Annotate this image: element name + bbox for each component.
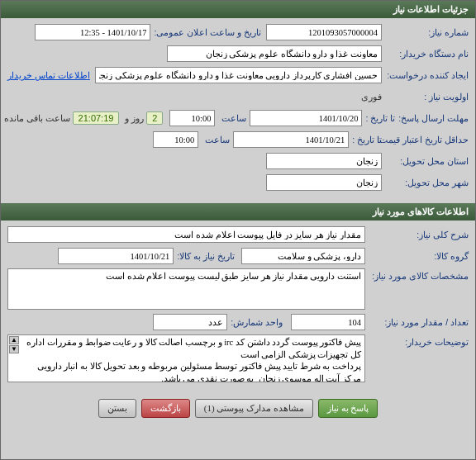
buyer-notes-label: توضیحات خریدار:: [365, 334, 469, 347]
need-goods-date-label: تاریخ نیاز به کالا:: [174, 251, 235, 261]
goods-group-field[interactable]: [241, 248, 365, 264]
scroll-up-icon[interactable]: ▲: [9, 336, 19, 344]
reply-time-field[interactable]: [169, 110, 215, 126]
need-desc-field[interactable]: [7, 226, 365, 243]
reply-date-field[interactable]: [250, 110, 362, 126]
credit-date-field[interactable]: [233, 131, 349, 148]
back-button[interactable]: بازگشت: [141, 399, 190, 418]
buyer-name-field[interactable]: [167, 45, 382, 62]
close-button[interactable]: بستن: [98, 399, 136, 418]
qty-label: تعداد / مقدار مورد نیاز:: [365, 317, 469, 327]
goods-spec-label: مشخصات کالای مورد نیاز:: [365, 268, 469, 281]
scroll-down-icon[interactable]: ▼: [9, 345, 19, 353]
delivery-city-field[interactable]: [266, 174, 382, 191]
remaining-days: 2: [146, 111, 163, 125]
button-row: پاسخ به نیاز مشاهده مدارک پیوستی (1) باز…: [1, 392, 475, 424]
qty-field[interactable]: [291, 314, 365, 330]
requester-field[interactable]: [95, 67, 382, 83]
window-title: جزئیات اطلاعات نیاز: [393, 4, 469, 14]
delivery-city-label: شهر محل تحویل:: [382, 178, 469, 187]
delivery-state-field[interactable]: [266, 153, 382, 169]
need-number-label: شماره نیاز:: [382, 27, 469, 37]
remaining-suffix: ساعت باقی مانده: [1, 113, 70, 123]
reply-deadline-label: مهلت ارسال پاسخ:: [395, 113, 469, 123]
main-form: شماره نیاز: تاریخ و ساعت اعلان عمومی: نا…: [1, 18, 475, 200]
buyer-notes-field[interactable]: [7, 334, 365, 382]
credit-deadline-label: حداقل تاریخ اعتبار قیمت:: [382, 135, 469, 145]
countdown: 2 روز و 21:07:19 ساعت باقی مانده: [1, 111, 164, 125]
to-date-label-2: تا تاریخ :: [349, 135, 382, 145]
priority-value: فوری: [358, 92, 382, 102]
attachments-button[interactable]: مشاهده مدارک پیوستی (1): [195, 399, 313, 418]
requester-label: ایجاد کننده درخواست:: [382, 70, 469, 80]
goods-section-title: اطلاعات کالاهای مورد نیاز: [1, 203, 475, 221]
remaining-time: 21:07:19: [73, 111, 120, 125]
reply-time-label: ساعت: [218, 113, 246, 123]
remaining-days-label: روز و: [121, 113, 144, 123]
need-desc-label: شرح کلی نیاز:: [365, 230, 469, 239]
buyer-name-label: نام دستگاه خریدار:: [382, 49, 469, 59]
delivery-state-label: استان محل تحویل:: [382, 156, 469, 166]
unit-field[interactable]: [153, 314, 227, 330]
credit-time-field[interactable]: [153, 131, 198, 148]
window-title-bar: جزئیات اطلاعات نیاز: [1, 1, 475, 18]
priority-label: اولویت نیاز :: [382, 92, 469, 102]
textarea-scrollbar[interactable]: ▲ ▼: [9, 336, 19, 353]
details-window: جزئیات اطلاعات نیاز شماره نیاز: تاریخ و …: [0, 0, 476, 460]
goods-form: شرح کلی نیاز: گروه کالا: تاریخ نیاز به ک…: [1, 221, 475, 392]
buyer-contact-link[interactable]: اطلاعات تماس خریدار: [7, 70, 90, 80]
credit-time-label: ساعت: [202, 135, 230, 145]
need-number-field[interactable]: [266, 24, 382, 40]
to-date-label-1: تا تاریخ :: [362, 113, 395, 123]
unit-label: واحد شمارش:: [227, 317, 283, 327]
public-date-field[interactable]: [35, 24, 150, 40]
goods-spec-field[interactable]: [7, 268, 365, 310]
goods-group-label: گروه کالا:: [365, 251, 469, 261]
reply-button[interactable]: پاسخ به نیاز: [318, 399, 378, 418]
public-date-label: تاریخ و ساعت اعلان عمومی:: [150, 27, 261, 37]
need-goods-date-field[interactable]: [58, 248, 174, 264]
